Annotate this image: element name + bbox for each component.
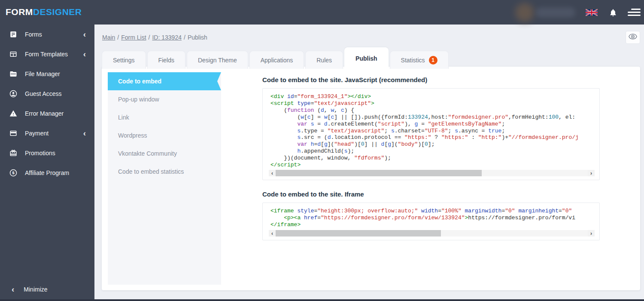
tab-rules[interactable]: Rules [305, 51, 343, 69]
scrollbar-track[interactable] [276, 230, 588, 236]
sidebar-item-label: Promotions [25, 150, 86, 157]
code-line: var h=d[g]("head")[0] || d[g]("body")[0]… [270, 141, 597, 148]
top-bar: FORMDESIGNER [0, 0, 644, 25]
code-token: = [317, 215, 321, 221]
code-token: "getElementsByTagName" [428, 121, 502, 127]
code-token: ) { [344, 107, 354, 114]
scrollbar-thumb[interactable] [276, 170, 482, 176]
sidebar-item-promotions[interactable]: Promotions [0, 143, 94, 163]
code-token: "body" [398, 141, 418, 147]
scroll-right-arrow[interactable]: › [588, 230, 595, 236]
sidebar-item-label: File Manager [25, 71, 86, 77]
code-token: marginwidth [465, 208, 502, 214]
content-card: Code to embed Pop-up window Link Wordpre… [102, 67, 640, 290]
chevron-left-icon: ‹ [12, 286, 14, 292]
sidebar-item-affiliate-program[interactable]: $ Affiliate Program [0, 163, 94, 183]
code-token: d [321, 107, 324, 114]
horizontal-scrollbar[interactable]: ‹ › [269, 170, 595, 176]
scroll-right-arrow[interactable]: › [588, 170, 595, 176]
username-blurred [536, 7, 575, 18]
breadcrumb-link-form-id[interactable]: ID: 133924 [152, 34, 182, 41]
code-token: marginheight [518, 208, 559, 214]
code-line: <p><a href="https://formdesigner.pro/for… [270, 215, 597, 221]
code-token: 133924 [408, 114, 428, 120]
code-line: var s = d.createElement("script"), g = "… [270, 121, 597, 128]
sidebar-item-forms[interactable]: Forms ‹ [0, 25, 94, 44]
code-token: ); [347, 148, 354, 154]
code-token: "height:300px; overflow:auto;" [317, 208, 418, 214]
code-token: = [418, 121, 428, 127]
code-token: "https://formdesigner.pro/form/view/1339… [321, 215, 465, 221]
sidebar-item-file-manager[interactable]: File Manager [0, 64, 94, 84]
code-line: (w[c] = w[c] || []).push({formId:133924,… [270, 114, 597, 121]
code-token: ? [431, 134, 441, 141]
scroll-left-arrow[interactable]: ‹ [269, 230, 276, 236]
hamburger-menu-icon[interactable] [627, 9, 641, 17]
tab-publish[interactable]: Publish [344, 47, 389, 69]
tab-statistics[interactable]: Statistics1 [390, 51, 449, 69]
scrollbar-track[interactable] [276, 170, 588, 176]
code-token: ] || [365, 141, 381, 147]
subnav-item-link[interactable]: Link [108, 108, 221, 126]
subnav-item-popup-window[interactable]: Pop-up window [108, 90, 221, 108]
language-flag-icon[interactable] [586, 9, 598, 16]
code-token: "0" [562, 208, 572, 214]
warning-icon [9, 110, 17, 118]
code-token: <div [270, 93, 287, 100]
sidebar-item-form-templates[interactable]: Form Templates ‹ [0, 44, 94, 64]
scroll-left-arrow[interactable]: ‹ [269, 170, 276, 176]
iframe-embed-code-block[interactable]: <iframe style="height:300px; overflow:au… [262, 203, 600, 240]
code-token: .charset= [395, 128, 425, 134]
code-token: style [297, 208, 314, 214]
code-token [307, 141, 311, 147]
breadcrumb-link-main[interactable]: Main [102, 34, 115, 41]
js-embed-code-block[interactable]: <div id="form_133924_1"></div><script ty… [262, 88, 600, 180]
chevron-left-icon: ‹ [83, 51, 86, 57]
sidebar-item-guest-access[interactable]: Guest Access [0, 84, 94, 104]
code-token: </script> [270, 162, 301, 168]
code-token: .location.protocol == [331, 134, 404, 141]
code-token: </iframe> [270, 221, 301, 228]
tab-bar: Settings Fields Design Theme Application… [102, 47, 450, 69]
tab-label: Rules [316, 57, 332, 64]
preview-eye-button[interactable] [626, 31, 640, 44]
code-token: ></div> [347, 93, 371, 100]
sidebar-minimize-button[interactable]: ‹ Minimize [0, 280, 94, 299]
subnav-item-vkontakte-community[interactable]: Vkontakte Community [108, 144, 221, 163]
subnav-item-code-to-embed-statistics[interactable]: Code to embed statistics [108, 163, 221, 181]
tab-fields[interactable]: Fields [147, 51, 185, 69]
tab-applications[interactable]: Applications [249, 51, 304, 69]
tab-design-theme[interactable]: Design Theme [187, 51, 248, 69]
subnav-item-wordpress[interactable]: Wordpress [108, 126, 221, 144]
code-token: .src = ( [301, 134, 327, 141]
app-logo[interactable]: FORMDESIGNER [6, 7, 82, 17]
tab-label: Settings [113, 57, 135, 64]
code-token: = [438, 208, 441, 214]
sidebar-item-label: Payment [25, 130, 83, 137]
breadcrumb-link-form-list[interactable]: Form List [121, 34, 146, 41]
code-token: "0" [505, 208, 515, 214]
menu-bar [631, 9, 641, 10]
scrollbar-thumb[interactable] [276, 230, 441, 236]
sidebar-item-error-manager[interactable]: Error Manager [0, 104, 94, 123]
code-token: ( [270, 107, 287, 114]
notifications-bell-icon[interactable] [609, 8, 618, 18]
code-token: "https:" [404, 134, 431, 141]
code-token: <iframe [270, 208, 297, 214]
code-token: , el: [559, 114, 575, 120]
code-token [418, 208, 421, 214]
avatar[interactable] [515, 3, 534, 22]
code-token [270, 128, 297, 134]
code-token: https://formdesigner.pro/form/vi [468, 215, 575, 221]
subnav-item-code-to-embed[interactable]: Code to embed [108, 72, 221, 90]
user-account-area[interactable] [514, 2, 579, 23]
code-token: "script" [378, 121, 404, 127]
code-token: ]( [391, 141, 398, 147]
svg-text:$: $ [12, 170, 15, 175]
sidebar-item-label: Guest Access [25, 90, 86, 97]
horizontal-scrollbar[interactable]: ‹ › [269, 230, 595, 236]
sidebar-item-payment[interactable]: Payment ‹ [0, 123, 94, 143]
tab-label: Statistics [401, 57, 425, 64]
js-embed-heading: Code to embed to the site. JavaScript (r… [262, 76, 600, 83]
tab-settings[interactable]: Settings [102, 51, 146, 69]
